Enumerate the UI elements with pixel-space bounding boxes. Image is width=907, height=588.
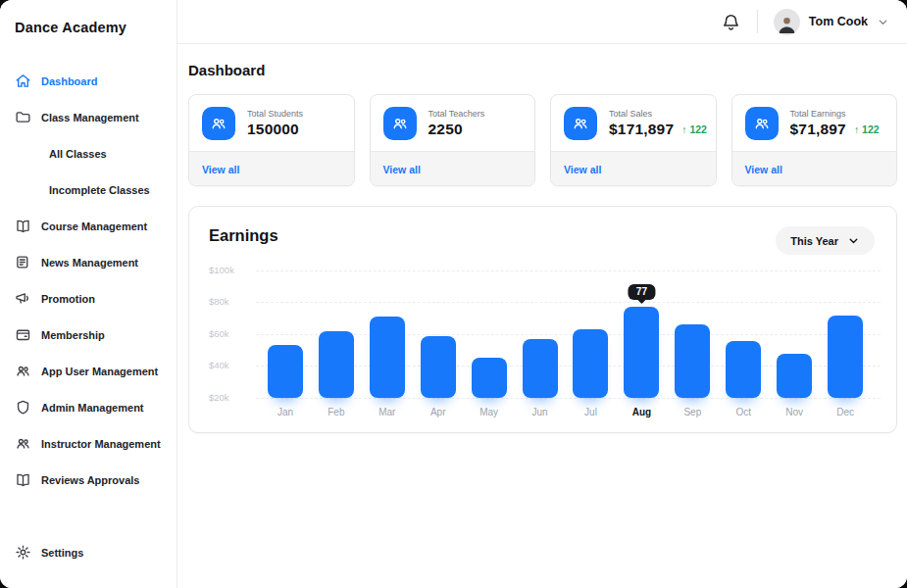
sidebar-item-course-management[interactable]: Course Management [0,208,176,244]
stat-card-footer: View all [551,151,716,185]
sidebar-item-label: Dashboard [41,75,97,87]
sidebar-item-membership[interactable]: Membership [0,317,176,353]
stat-value: $171,897 [609,121,674,138]
chart-bar-jul[interactable] [573,329,608,398]
x-axis-label: Jan [260,407,311,417]
stat-card-body: Total Teachers 2250 [371,95,535,151]
stat-value: 150000 [247,121,299,138]
view-all-link[interactable]: View all [383,164,421,175]
sidebar-item-label: Settings [41,547,83,559]
y-axis-tick: $20k [209,392,256,403]
sidebar-item-app-user-management[interactable]: App User Management [0,353,176,389]
sidebar-item-reviews-approvals[interactable]: Reviews Approvals [0,462,176,498]
chart-bar-aug[interactable] [624,307,659,398]
chart-bar-may[interactable] [472,358,507,398]
sidebar-item-instructor-management[interactable]: Instructor Management [0,425,176,462]
users-icon [202,107,235,140]
stat-card-footer: View all [732,151,897,185]
sidebar-item-admin-management[interactable]: Admin Management [0,389,176,425]
chart-bar-mar[interactable] [370,317,405,398]
sidebar-item-dashboard[interactable]: Dashboard [0,63,176,99]
main-area: Tom Cook Dashboard Total Students [177,0,907,588]
stat-card-body: Total Earnings $71,897 ↑ 122 [732,95,897,151]
stat-card-footer: View all [189,151,354,185]
app-window: Dance Academy Dashboard Class Management… [0,0,907,588]
stat-label: Total Earnings [790,109,880,119]
chart-bar-jan[interactable] [268,345,303,398]
x-axis-label: Dec [820,407,871,417]
period-selector[interactable]: This Year [776,226,875,255]
sidebar-item-class-management[interactable]: Class Management [0,99,176,135]
newspaper-icon [15,254,31,270]
open-book-icon [15,218,31,234]
x-axis-label: Feb [311,407,362,417]
sidebar-item-label: Class Management [41,112,139,123]
chart-bar-sep[interactable] [675,324,710,398]
stat-card-total-sales: Total Sales $171,897 ↑ 122 View all [550,94,717,186]
user-name: Tom Cook [809,15,868,28]
users-icon [745,107,779,140]
wallet-icon [15,326,31,343]
sidebar-item-label: Reviews Approvals [41,474,139,486]
y-axis-tick: $40k [209,360,256,370]
sidebar-item-label: News Management [41,257,138,269]
sidebar-spacer [0,498,176,534]
brand-title: Dance Academy [0,20,176,35]
sidebar-item-incomplete-classes[interactable]: Incomplete Classes [0,172,176,208]
user-menu[interactable]: Tom Cook [774,9,889,35]
stat-card-body: Total Students 150000 [189,95,354,151]
sidebar-item-label: Admin Management [41,402,144,414]
sidebar-item-label: All Classes [49,148,107,160]
x-axis-label: Sep [667,407,718,417]
chart-bar-dec[interactable] [828,316,863,399]
sidebar-item-news-management[interactable]: News Management [0,244,176,280]
chart-bar-oct[interactable] [726,341,761,399]
stat-card-total-teachers: Total Teachers 2250 View all [370,94,536,186]
view-all-link[interactable]: View all [745,164,782,175]
sidebar-item-settings[interactable]: Settings [0,534,176,570]
sidebar-item-all-classes[interactable]: All Classes [0,135,176,172]
bar-column-apr [413,270,464,398]
bar-column-jan [260,270,311,398]
bar-column-jul [566,270,617,398]
chart-bar-nov[interactable] [777,354,812,399]
stat-delta-up: ↑ 122 [681,123,707,135]
x-axis-label: May [464,407,515,417]
bar-column-dec [820,270,871,398]
chart-bar-feb[interactable] [319,331,354,398]
stat-label: Total Sales [609,109,707,119]
page-content: Dashboard Total Students 150000 [177,44,907,588]
sidebar-item-label: Promotion [41,293,95,305]
topbar: Tom Cook [177,0,907,44]
view-all-link[interactable]: View all [202,164,239,175]
x-axis-labels: Jan Feb Mar Apr May Jun Jul Aug Sep Oct … [260,407,871,417]
chart-bar-apr[interactable] [421,336,456,398]
bar-column-may [464,270,515,398]
bar-column-mar [362,270,413,398]
sidebar-item-promotion[interactable]: Promotion [0,280,176,317]
stat-value: 2250 [428,121,463,138]
y-axis-tick: $100k [209,265,256,275]
x-axis-label: Apr [413,407,464,417]
shield-icon [15,399,31,416]
stat-card-total-earnings: Total Earnings $71,897 ↑ 122 View all [731,94,898,186]
chart-title: Earnings [209,226,278,245]
open-book-icon [15,471,31,488]
view-all-link[interactable]: View all [564,164,601,175]
home-icon [15,73,31,89]
bar-column-oct [718,270,769,398]
sidebar-nav: Dashboard Class Management All Classes I… [0,63,176,498]
sidebar-item-label: Membership [41,329,105,341]
topbar-divider [757,10,758,33]
sidebar: Dance Academy Dashboard Class Management… [0,0,177,588]
chart-bars: 77 [260,270,871,398]
megaphone-icon [15,290,31,307]
bar-column-jun [515,270,566,398]
stat-delta-up: ↑ 122 [854,123,880,135]
sidebar-item-label: Incomplete Classes [49,184,150,196]
notifications-bell-icon[interactable] [721,12,741,32]
x-axis-label: Jun [515,407,566,417]
chart-bar-jun[interactable] [523,339,558,398]
x-axis-label: Nov [769,407,820,417]
users-icon [15,363,31,379]
